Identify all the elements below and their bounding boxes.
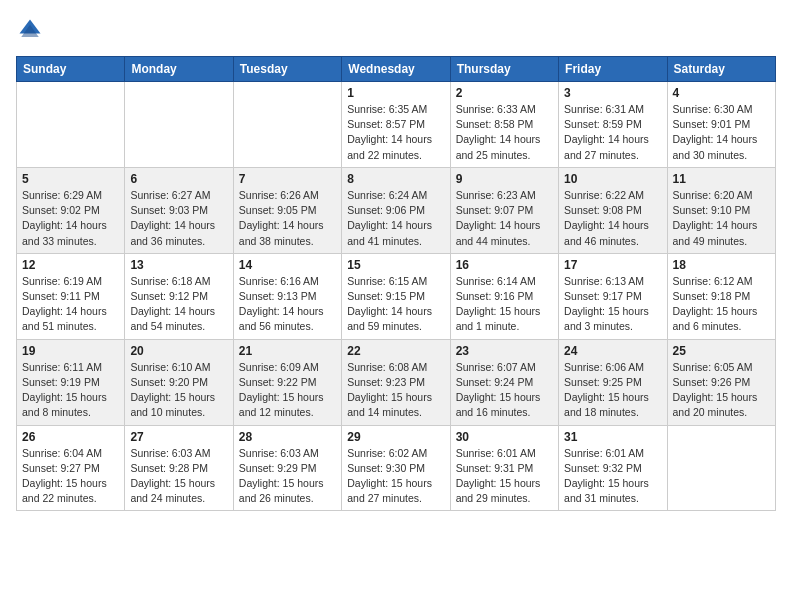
calendar-cell: 16Sunrise: 6:14 AM Sunset: 9:16 PM Dayli… — [450, 253, 558, 339]
day-number: 9 — [456, 172, 553, 186]
day-info: Sunrise: 6:13 AM Sunset: 9:17 PM Dayligh… — [564, 274, 661, 335]
calendar-cell — [17, 82, 125, 168]
day-number: 10 — [564, 172, 661, 186]
day-number: 25 — [673, 344, 770, 358]
calendar-cell: 5Sunrise: 6:29 AM Sunset: 9:02 PM Daylig… — [17, 167, 125, 253]
calendar-cell: 28Sunrise: 6:03 AM Sunset: 9:29 PM Dayli… — [233, 425, 341, 511]
day-info: Sunrise: 6:23 AM Sunset: 9:07 PM Dayligh… — [456, 188, 553, 249]
day-number: 13 — [130, 258, 227, 272]
day-info: Sunrise: 6:03 AM Sunset: 9:28 PM Dayligh… — [130, 446, 227, 507]
calendar-cell — [233, 82, 341, 168]
day-info: Sunrise: 6:16 AM Sunset: 9:13 PM Dayligh… — [239, 274, 336, 335]
calendar-cell — [125, 82, 233, 168]
calendar-cell: 12Sunrise: 6:19 AM Sunset: 9:11 PM Dayli… — [17, 253, 125, 339]
day-info: Sunrise: 6:03 AM Sunset: 9:29 PM Dayligh… — [239, 446, 336, 507]
day-number: 5 — [22, 172, 119, 186]
calendar-cell: 4Sunrise: 6:30 AM Sunset: 9:01 PM Daylig… — [667, 82, 775, 168]
day-info: Sunrise: 6:06 AM Sunset: 9:25 PM Dayligh… — [564, 360, 661, 421]
calendar-week-row: 1Sunrise: 6:35 AM Sunset: 8:57 PM Daylig… — [17, 82, 776, 168]
day-info: Sunrise: 6:27 AM Sunset: 9:03 PM Dayligh… — [130, 188, 227, 249]
day-number: 3 — [564, 86, 661, 100]
calendar-table: SundayMondayTuesdayWednesdayThursdayFrid… — [16, 56, 776, 511]
day-info: Sunrise: 6:10 AM Sunset: 9:20 PM Dayligh… — [130, 360, 227, 421]
calendar-cell: 26Sunrise: 6:04 AM Sunset: 9:27 PM Dayli… — [17, 425, 125, 511]
day-info: Sunrise: 6:18 AM Sunset: 9:12 PM Dayligh… — [130, 274, 227, 335]
calendar-cell: 20Sunrise: 6:10 AM Sunset: 9:20 PM Dayli… — [125, 339, 233, 425]
weekday-header: Wednesday — [342, 57, 450, 82]
calendar-cell: 9Sunrise: 6:23 AM Sunset: 9:07 PM Daylig… — [450, 167, 558, 253]
day-number: 30 — [456, 430, 553, 444]
calendar-cell: 15Sunrise: 6:15 AM Sunset: 9:15 PM Dayli… — [342, 253, 450, 339]
day-info: Sunrise: 6:19 AM Sunset: 9:11 PM Dayligh… — [22, 274, 119, 335]
calendar-week-row: 5Sunrise: 6:29 AM Sunset: 9:02 PM Daylig… — [17, 167, 776, 253]
calendar-cell: 3Sunrise: 6:31 AM Sunset: 8:59 PM Daylig… — [559, 82, 667, 168]
day-number: 19 — [22, 344, 119, 358]
calendar-cell: 30Sunrise: 6:01 AM Sunset: 9:31 PM Dayli… — [450, 425, 558, 511]
calendar-cell: 24Sunrise: 6:06 AM Sunset: 9:25 PM Dayli… — [559, 339, 667, 425]
calendar-cell: 6Sunrise: 6:27 AM Sunset: 9:03 PM Daylig… — [125, 167, 233, 253]
logo — [16, 16, 48, 44]
day-number: 17 — [564, 258, 661, 272]
calendar-cell: 22Sunrise: 6:08 AM Sunset: 9:23 PM Dayli… — [342, 339, 450, 425]
day-info: Sunrise: 6:02 AM Sunset: 9:30 PM Dayligh… — [347, 446, 444, 507]
weekday-header-row: SundayMondayTuesdayWednesdayThursdayFrid… — [17, 57, 776, 82]
day-info: Sunrise: 6:01 AM Sunset: 9:32 PM Dayligh… — [564, 446, 661, 507]
calendar-cell: 18Sunrise: 6:12 AM Sunset: 9:18 PM Dayli… — [667, 253, 775, 339]
day-info: Sunrise: 6:07 AM Sunset: 9:24 PM Dayligh… — [456, 360, 553, 421]
day-number: 26 — [22, 430, 119, 444]
calendar-cell: 25Sunrise: 6:05 AM Sunset: 9:26 PM Dayli… — [667, 339, 775, 425]
day-info: Sunrise: 6:12 AM Sunset: 9:18 PM Dayligh… — [673, 274, 770, 335]
weekday-header: Tuesday — [233, 57, 341, 82]
calendar-cell: 7Sunrise: 6:26 AM Sunset: 9:05 PM Daylig… — [233, 167, 341, 253]
day-number: 18 — [673, 258, 770, 272]
day-number: 20 — [130, 344, 227, 358]
weekday-header: Friday — [559, 57, 667, 82]
logo-icon — [16, 16, 44, 44]
day-number: 15 — [347, 258, 444, 272]
day-info: Sunrise: 6:05 AM Sunset: 9:26 PM Dayligh… — [673, 360, 770, 421]
day-info: Sunrise: 6:30 AM Sunset: 9:01 PM Dayligh… — [673, 102, 770, 163]
calendar-cell: 11Sunrise: 6:20 AM Sunset: 9:10 PM Dayli… — [667, 167, 775, 253]
day-number: 31 — [564, 430, 661, 444]
day-info: Sunrise: 6:35 AM Sunset: 8:57 PM Dayligh… — [347, 102, 444, 163]
day-number: 14 — [239, 258, 336, 272]
day-info: Sunrise: 6:20 AM Sunset: 9:10 PM Dayligh… — [673, 188, 770, 249]
day-info: Sunrise: 6:08 AM Sunset: 9:23 PM Dayligh… — [347, 360, 444, 421]
calendar-cell: 8Sunrise: 6:24 AM Sunset: 9:06 PM Daylig… — [342, 167, 450, 253]
day-info: Sunrise: 6:31 AM Sunset: 8:59 PM Dayligh… — [564, 102, 661, 163]
weekday-header: Sunday — [17, 57, 125, 82]
calendar-cell: 23Sunrise: 6:07 AM Sunset: 9:24 PM Dayli… — [450, 339, 558, 425]
day-number: 16 — [456, 258, 553, 272]
day-number: 6 — [130, 172, 227, 186]
day-number: 1 — [347, 86, 444, 100]
calendar-cell: 27Sunrise: 6:03 AM Sunset: 9:28 PM Dayli… — [125, 425, 233, 511]
day-number: 7 — [239, 172, 336, 186]
calendar-cell: 31Sunrise: 6:01 AM Sunset: 9:32 PM Dayli… — [559, 425, 667, 511]
day-info: Sunrise: 6:29 AM Sunset: 9:02 PM Dayligh… — [22, 188, 119, 249]
day-number: 28 — [239, 430, 336, 444]
calendar-cell: 14Sunrise: 6:16 AM Sunset: 9:13 PM Dayli… — [233, 253, 341, 339]
calendar-week-row: 26Sunrise: 6:04 AM Sunset: 9:27 PM Dayli… — [17, 425, 776, 511]
day-info: Sunrise: 6:22 AM Sunset: 9:08 PM Dayligh… — [564, 188, 661, 249]
calendar-week-row: 12Sunrise: 6:19 AM Sunset: 9:11 PM Dayli… — [17, 253, 776, 339]
calendar-cell: 1Sunrise: 6:35 AM Sunset: 8:57 PM Daylig… — [342, 82, 450, 168]
calendar-cell: 29Sunrise: 6:02 AM Sunset: 9:30 PM Dayli… — [342, 425, 450, 511]
weekday-header: Thursday — [450, 57, 558, 82]
day-number: 23 — [456, 344, 553, 358]
day-info: Sunrise: 6:15 AM Sunset: 9:15 PM Dayligh… — [347, 274, 444, 335]
day-number: 22 — [347, 344, 444, 358]
day-info: Sunrise: 6:33 AM Sunset: 8:58 PM Dayligh… — [456, 102, 553, 163]
calendar-cell: 13Sunrise: 6:18 AM Sunset: 9:12 PM Dayli… — [125, 253, 233, 339]
day-info: Sunrise: 6:04 AM Sunset: 9:27 PM Dayligh… — [22, 446, 119, 507]
weekday-header: Saturday — [667, 57, 775, 82]
day-number: 11 — [673, 172, 770, 186]
day-number: 4 — [673, 86, 770, 100]
day-number: 24 — [564, 344, 661, 358]
day-info: Sunrise: 6:14 AM Sunset: 9:16 PM Dayligh… — [456, 274, 553, 335]
day-info: Sunrise: 6:26 AM Sunset: 9:05 PM Dayligh… — [239, 188, 336, 249]
day-number: 21 — [239, 344, 336, 358]
day-info: Sunrise: 6:01 AM Sunset: 9:31 PM Dayligh… — [456, 446, 553, 507]
day-info: Sunrise: 6:24 AM Sunset: 9:06 PM Dayligh… — [347, 188, 444, 249]
calendar-cell: 17Sunrise: 6:13 AM Sunset: 9:17 PM Dayli… — [559, 253, 667, 339]
calendar-week-row: 19Sunrise: 6:11 AM Sunset: 9:19 PM Dayli… — [17, 339, 776, 425]
